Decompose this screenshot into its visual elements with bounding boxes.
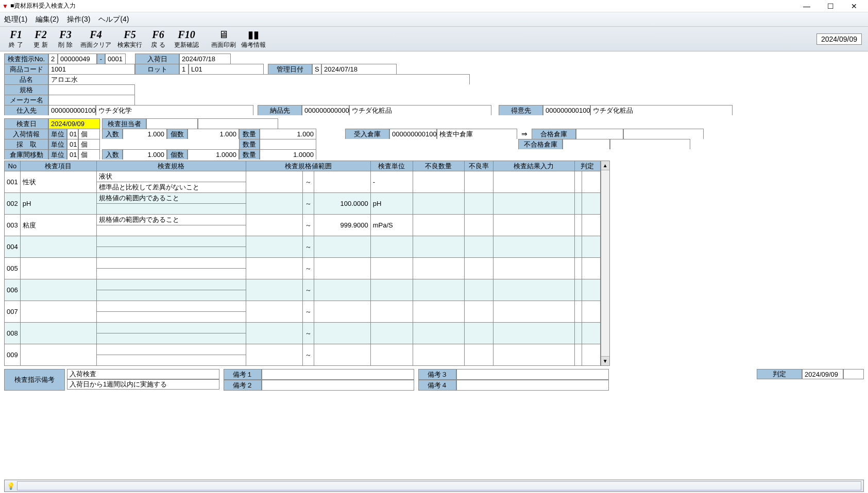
piece-label-3: 個数 [167, 149, 188, 160]
customer-label: 得意先 [499, 105, 543, 115]
unit-label-1: 単位 [48, 129, 67, 139]
inspect-no-1-input[interactable]: 2 [48, 54, 58, 64]
unit-label-3: 単位 [48, 149, 67, 160]
piece-1[interactable]: 1.000 [188, 129, 239, 139]
close-button[interactable]: ✕ [842, 0, 866, 12]
bikou2-input[interactable] [262, 380, 414, 391]
unit-name-3: 個 [78, 149, 100, 160]
inspection-grid: No 検査項目 検査規格 検査規格値範囲 検査単位 不良数量 不良率 検査結果入… [4, 161, 601, 366]
judge-result[interactable] [843, 369, 864, 379]
f3-delete-button[interactable]: F3削 除 [54, 28, 77, 50]
grid-scrollbar[interactable]: ▲ ▼ [601, 161, 610, 366]
table-row[interactable]: 002pH規格値の範囲内であること～100.0000pH [5, 193, 601, 204]
scroll-down-icon[interactable]: ▼ [601, 356, 609, 365]
bikou1-label: 備考１ [224, 369, 262, 380]
pass-wh-code[interactable] [576, 129, 623, 139]
in-qty-3[interactable]: 1.000 [123, 149, 167, 160]
inspector-label: 検査担当者 [102, 118, 146, 129]
col-range: 検査規格値範囲 [246, 161, 370, 171]
remark-label: 検査指示備考 [4, 369, 65, 391]
f6-back-button[interactable]: F6戻 る [146, 28, 170, 50]
minimize-button[interactable]: — [795, 0, 819, 12]
fail-wh-label: 不合格倉庫 [518, 139, 563, 149]
scroll-up-icon[interactable]: ▲ [601, 161, 609, 170]
arrow-icon: ⇒ [517, 129, 532, 139]
remark-2: 入荷日から1週間以内に実施する [67, 379, 219, 390]
in-qty-label-3: 入数 [102, 149, 123, 160]
bikou4-label: 備考４ [418, 380, 456, 391]
col-ng-qty: 不良数量 [413, 161, 464, 171]
ctrl-date-1-input[interactable]: S [312, 64, 321, 74]
unit-code-3[interactable]: 01 [67, 149, 78, 160]
menu-edit[interactable]: 編集(2) [36, 15, 59, 24]
monitor-icon: 🖥 [218, 29, 229, 41]
fail-wh-code[interactable] [563, 139, 610, 149]
judge-date[interactable]: 2024/09/09 [802, 369, 843, 379]
qty-label-1: 数量 [239, 129, 260, 139]
inspect-no-3-input[interactable]: 0001 [105, 54, 126, 64]
f1-exit-button[interactable]: F1終 了 [4, 28, 28, 50]
table-row[interactable]: 006～ [5, 279, 601, 290]
maximize-button[interactable]: ☐ [819, 0, 842, 12]
recv-wh-label: 受入倉庫 [345, 129, 389, 139]
arrival-info-label: 入荷情報 [4, 129, 48, 139]
content-area: 検査指示No. 2 00000049 - 0001 入荷日 2024/07/18… [0, 51, 868, 393]
menu-operate[interactable]: 操作(3) [67, 15, 90, 24]
f10-confirm-button[interactable]: F10更新確認 [171, 28, 202, 50]
bikou3-input[interactable] [456, 369, 609, 380]
table-row[interactable]: 007～ [5, 301, 601, 312]
in-qty-1[interactable]: 1.000 [123, 129, 167, 139]
piece-3[interactable]: 1.0000 [188, 149, 239, 160]
pass-wh-label: 合格倉庫 [532, 129, 576, 139]
supplier-code-input[interactable]: 0000000001000 [48, 105, 96, 115]
unit-name-2: 個 [78, 139, 100, 149]
customer-code-input[interactable]: 0000000001000 [543, 105, 590, 115]
table-row[interactable]: 001性状液状～- [5, 171, 601, 182]
ctrl-date-2-input[interactable]: 2024/07/18 [321, 64, 397, 74]
inspect-no-2-input[interactable]: 00000049 [58, 54, 97, 64]
spec-input[interactable] [48, 84, 135, 95]
print-button[interactable]: 🖥画面印刷 [209, 28, 238, 50]
inspect-date-input[interactable]: 2024/09/09 [48, 118, 100, 129]
qty-label-3: 数量 [239, 149, 260, 160]
arrival-date-input[interactable]: 2024/07/18 [179, 54, 231, 64]
delivery-code-input[interactable]: 0000000000000 [302, 105, 349, 115]
menu-bar: 処理(1) 編集(2) 操作(3) ヘルプ(4) [0, 12, 868, 27]
bikou2-label: 備考２ [224, 380, 262, 391]
unit-name-1: 個 [78, 129, 100, 139]
unit-code-1[interactable]: 01 [67, 129, 78, 139]
recv-wh-code[interactable]: 0000000001000 [389, 129, 437, 139]
bikou1-input[interactable] [262, 369, 414, 380]
table-row[interactable]: 005～ [5, 258, 601, 269]
maker-input[interactable] [48, 95, 135, 105]
bikou4-input[interactable] [456, 380, 609, 391]
f4-clear-button[interactable]: F4画面クリア [78, 28, 113, 50]
unit-code-2[interactable]: 01 [67, 139, 78, 149]
grid-header-row: No 検査項目 検査規格 検査規格値範囲 検査単位 不良数量 不良率 検査結果入… [5, 161, 601, 171]
table-row[interactable]: 008～ [5, 323, 601, 333]
system-date: 2024/09/09 [816, 33, 862, 45]
qty-1[interactable]: 1.000 [260, 129, 316, 139]
judge-label: 判定 [757, 369, 802, 379]
table-row[interactable]: 003粘度規格値の範囲内であること～999.9000mPa/S [5, 215, 601, 225]
lot-1-input[interactable]: 1 [179, 64, 189, 74]
table-row[interactable]: 004～ [5, 236, 601, 247]
table-row[interactable]: 009～ [5, 344, 601, 355]
remarks-button[interactable]: ▮▮備考情報 [239, 28, 268, 50]
qty-2[interactable] [260, 139, 316, 149]
menu-process[interactable]: 処理(1) [4, 15, 27, 24]
f2-update-button[interactable]: F2更 新 [29, 28, 53, 50]
menu-help[interactable]: ヘルプ(4) [98, 15, 129, 24]
f5-search-button[interactable]: F5検索実行 [114, 28, 145, 50]
title-bar: ▼ ■資材原料受入検査入力 — ☐ ✕ [0, 0, 868, 12]
qty-3[interactable]: 1.0000 [260, 149, 316, 160]
product-name-label: 品名 [4, 74, 48, 84]
delivery-label: 納品先 [258, 105, 302, 115]
product-name-input[interactable]: アロエ水 [48, 74, 470, 84]
spec-label: 規格 [4, 84, 48, 95]
delivery-name: ウチダ化粧品 [349, 105, 491, 115]
lot-2-input[interactable]: L01 [189, 64, 264, 74]
product-code-input[interactable]: 1001 [48, 64, 135, 74]
col-judge: 判定 [574, 161, 600, 171]
inspector-code-input[interactable] [146, 118, 198, 129]
